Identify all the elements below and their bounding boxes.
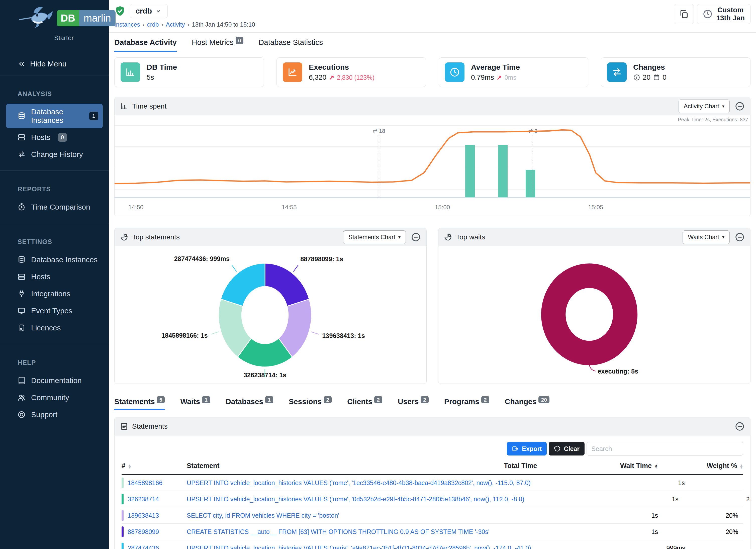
list-icon [120, 422, 128, 430]
waits-chart-dropdown[interactable]: Waits Chart▾ [683, 230, 730, 244]
statement-id-link[interactable]: 287474436 [128, 544, 159, 549]
brand-marlin: marlin [79, 10, 116, 26]
caret-down-icon: ▾ [398, 234, 401, 240]
tab-badge: 20 [538, 396, 549, 403]
sidebar-item-label: Licences [31, 324, 61, 332]
tab-badge: 5 [157, 396, 165, 403]
sidebar-section-settings: SETTINGS Database Instances Hosts Integr… [0, 228, 109, 339]
col-weight[interactable]: Weight %▲▼ [658, 462, 743, 470]
statement-id-link[interactable]: 139638413 [128, 512, 159, 519]
chevron-down-icon [155, 8, 162, 15]
tab-changes[interactable]: Changes20 [505, 397, 549, 410]
statement-color-bar [122, 543, 124, 549]
export-button[interactable]: Export [507, 442, 547, 455]
col-statement[interactable]: Statement [187, 462, 504, 470]
caret-down-icon: ▾ [722, 104, 724, 109]
plug-icon [18, 290, 26, 298]
marlin-fish-icon [18, 5, 55, 32]
statements-panel: Statements Export Clear #▲▼ [114, 417, 750, 549]
collapse-icon[interactable] [411, 232, 421, 242]
changes-info-count: 20 [643, 73, 650, 81]
sidebar-item-database-instances[interactable]: Database Instances 1 [6, 104, 103, 128]
tab-waits[interactable]: Waits1 [180, 397, 210, 410]
tab-host-metrics[interactable]: Host Metrics0 [192, 38, 243, 52]
svg-text:14:55: 14:55 [282, 204, 297, 211]
sidebar-item-integrations[interactable]: Integrations [6, 286, 103, 302]
section-label: SETTINGS [6, 234, 103, 251]
tab-database-activity[interactable]: Database Activity [114, 38, 177, 52]
statement-sql-link[interactable]: UPSERT INTO vehicle_location_histories V… [187, 544, 531, 549]
hide-menu-button[interactable]: Hide Menu [0, 53, 109, 71]
server-icon [18, 133, 26, 141]
sidebar-item-community[interactable]: Community [6, 390, 103, 406]
tab-databases[interactable]: Databases1 [226, 397, 273, 410]
tab-users[interactable]: Users2 [398, 397, 429, 410]
breadcrumb-activity[interactable]: Activity [166, 21, 185, 28]
svg-text:⇄ 18: ⇄ 18 [373, 128, 385, 134]
statement-sql-link[interactable]: SELECT city, id FROM vehicles WHERE city… [187, 512, 339, 519]
statement-id-link[interactable]: 887898099 [128, 528, 159, 535]
collapse-icon[interactable] [735, 421, 745, 431]
clear-button[interactable]: Clear [549, 442, 585, 455]
statement-color-bar [122, 494, 124, 504]
brand-logo[interactable]: DB marlin Starter [0, 0, 109, 53]
statement-sql-link[interactable]: UPSERT INTO vehicle_location_histories V… [187, 496, 524, 503]
wait-time-value: 1s [638, 496, 679, 503]
sidebar-item-licences[interactable]: Licences [6, 320, 103, 336]
tab-sessions[interactable]: Sessions2 [289, 397, 332, 410]
sidebar-item-time-comparison[interactable]: Time Comparison [6, 199, 103, 215]
col-wait-time[interactable]: Wait Time▲▼ [618, 462, 658, 470]
time-spent-chart[interactable]: ⇄ 18⇄ 214:5014:5515:0015:05Peak Time: 2s… [115, 115, 750, 216]
sidebar-item-settings-database-instances[interactable]: Database Instances [6, 252, 103, 268]
collapse-icon[interactable] [735, 101, 745, 111]
statement-sql-link[interactable]: UPSERT INTO vehicle_location_histories V… [187, 479, 531, 486]
sidebar-item-support[interactable]: Support [6, 407, 103, 423]
tab-database-statistics[interactable]: Database Statistics [258, 38, 323, 52]
table-row: 887898099CREATE STATISTICS __auto__ FROM… [122, 524, 743, 540]
sidebar-item-hosts[interactable]: Hosts 0 [6, 129, 103, 145]
sidebar-item-label: Change History [31, 150, 83, 159]
main-content: crdb Instances› crdb› Activity› 13th Jan… [109, 0, 756, 549]
tab-badge: 1 [265, 396, 273, 403]
copy-button[interactable] [674, 4, 694, 24]
tab-badge: 2 [374, 396, 382, 403]
statement-sql-link[interactable]: CREATE STATISTICS __auto__ FROM [63] WIT… [187, 528, 489, 535]
statements-chart-dropdown[interactable]: Statements Chart▾ [343, 230, 406, 244]
info-icon [633, 74, 640, 81]
svg-text:15:05: 15:05 [588, 204, 603, 211]
statement-id-link[interactable]: 1845898166 [128, 479, 162, 487]
section-label: HELP [6, 355, 103, 372]
breadcrumb-instances[interactable]: Instances [114, 21, 140, 28]
sidebar-item-documentation[interactable]: Documentation [6, 373, 103, 389]
divider [0, 344, 109, 344]
card-title: Average Time [471, 63, 520, 71]
activity-chart-dropdown[interactable]: Activity Chart▾ [679, 100, 730, 113]
sidebar-item-label: Community [31, 393, 69, 402]
top-waits-donut[interactable]: executing: 5s [438, 246, 750, 384]
top-waits-panel: Top waits Waits Chart▾ executing: 5s [438, 228, 750, 384]
stat-cards: DB Time 5s Executions 6,320 ↗ 2,830 (123… [114, 57, 750, 87]
col-total-time[interactable]: Total Time [504, 462, 618, 470]
tab-statements[interactable]: Statements5 [114, 397, 165, 410]
statement-id-link[interactable]: 326238714 [128, 496, 159, 503]
sidebar-item-change-history[interactable]: Change History [6, 146, 103, 162]
sidebar-item-event-types[interactable]: Event Types [6, 303, 103, 319]
time-range-button[interactable]: Custom 13th Jan [697, 4, 750, 24]
instance-selector[interactable]: crdb [130, 4, 168, 18]
people-icon [18, 394, 26, 402]
statements-toolbar: Export Clear [115, 435, 750, 461]
collapse-icon[interactable] [735, 232, 745, 242]
breadcrumb-crdb[interactable]: crdb [147, 21, 159, 28]
divider [0, 223, 109, 223]
tab-programs[interactable]: Programs2 [444, 397, 489, 410]
svg-text:139638413: 1s: 139638413: 1s [322, 332, 365, 339]
tab-clients[interactable]: Clients2 [347, 397, 382, 410]
range-line1: Custom [716, 6, 745, 14]
search-input[interactable] [587, 442, 743, 455]
top-statements-donut[interactable]: 887898099: 1s139638413: 1s326238714: 1s1… [115, 246, 426, 384]
sidebar-item-settings-hosts[interactable]: Hosts [6, 269, 103, 285]
card-value: 6,320 [309, 73, 326, 81]
bar-chart-icon [121, 62, 140, 82]
col-id[interactable]: #▲▼ [122, 462, 187, 470]
undo-icon [554, 445, 561, 452]
